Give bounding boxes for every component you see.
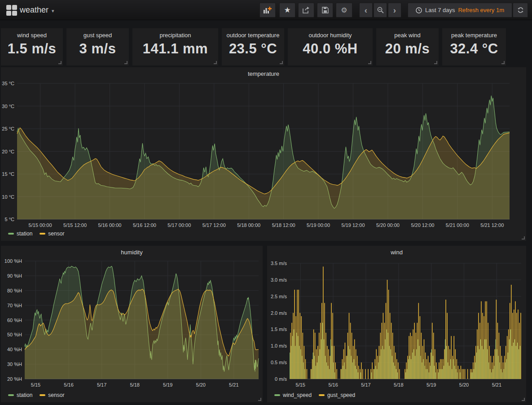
- resize-handle[interactable]: [214, 61, 217, 64]
- svg-text:35 °C: 35 °C: [2, 81, 14, 86]
- legend-label: wind_speed: [283, 392, 312, 398]
- stat-panel-gust-speed[interactable]: gust speed 3 m/s: [66, 28, 129, 65]
- svg-text:5/18 00:00: 5/18 00:00: [237, 222, 260, 228]
- svg-text:80 %H: 80 %H: [7, 288, 22, 293]
- svg-text:5/15: 5/15: [296, 382, 305, 388]
- stat-title: wind speed: [1, 28, 63, 39]
- save-button[interactable]: [317, 3, 333, 17]
- svg-text:5/20 00:00: 5/20 00:00: [376, 222, 400, 228]
- temperature-legend: stationsensor: [8, 231, 64, 237]
- legend-swatch: [319, 394, 325, 396]
- share-button[interactable]: [298, 3, 314, 17]
- legend-item-sensor[interactable]: sensor: [40, 392, 64, 398]
- time-picker-button[interactable]: Last 7 days Refresh every 1m: [408, 3, 512, 17]
- legend-swatch: [8, 394, 14, 396]
- wind-chart-plot[interactable]: 3.5 m/s3.0 m/s2.5 m/s2.0 m/s1.5 m/s1.0 m…: [267, 246, 526, 402]
- svg-text:2.5 m/s: 2.5 m/s: [271, 294, 287, 299]
- stat-title: outdoor humidity: [288, 28, 373, 39]
- add-panel-button[interactable]: [259, 3, 276, 17]
- svg-text:90 %H: 90 %H: [7, 273, 22, 279]
- svg-text:5/19 12:00: 5/19 12:00: [342, 222, 365, 228]
- legend-item-sensor[interactable]: sensor: [40, 231, 64, 237]
- svg-text:5/17 00:00: 5/17 00:00: [167, 222, 191, 228]
- legend-swatch: [40, 394, 45, 396]
- dashboard-title-dropdown[interactable]: weather ▾: [20, 0, 54, 20]
- svg-text:25 °C: 25 °C: [2, 126, 14, 131]
- resize-handle[interactable]: [124, 61, 128, 64]
- time-back-button[interactable]: ‹: [359, 3, 373, 17]
- svg-text:5/17: 5/17: [361, 382, 370, 388]
- svg-text:5/15: 5/15: [31, 382, 40, 388]
- svg-text:5/21: 5/21: [492, 382, 501, 388]
- legend-item-station[interactable]: station: [8, 231, 32, 237]
- svg-text:5/16 12:00: 5/16 12:00: [133, 222, 156, 228]
- svg-text:5/16 00:00: 5/16 00:00: [98, 222, 121, 228]
- stat-panel-outdoor-temperature[interactable]: outdoor temperature 23.5 °C: [222, 28, 284, 65]
- zoom-out-icon: [377, 7, 384, 13]
- resize-handle[interactable]: [280, 61, 283, 64]
- stat-value: 3 m/s: [66, 41, 129, 57]
- resize-handle[interactable]: [258, 398, 261, 401]
- legend-label: station: [17, 392, 32, 398]
- stat-panel-wind-speed[interactable]: wind speed 1.5 m/s: [1, 28, 63, 65]
- legend-label: gust_speed: [327, 392, 355, 398]
- svg-text:5/15 12:00: 5/15 12:00: [63, 222, 87, 228]
- svg-text:5/21 12:00: 5/21 12:00: [480, 222, 504, 228]
- legend-item-gust_speed[interactable]: gust_speed: [319, 392, 355, 398]
- refresh-dashboard-button[interactable]: [513, 3, 528, 17]
- legend-item-station[interactable]: station: [8, 392, 32, 398]
- stat-value: 1.5 m/s: [1, 41, 63, 57]
- stat-panel-precipitation[interactable]: precipitation 141.1 mm: [132, 28, 218, 65]
- svg-text:0.5 m/s: 0.5 m/s: [271, 360, 287, 365]
- time-forward-button[interactable]: ›: [388, 3, 401, 17]
- legend-item-wind_speed[interactable]: wind_speed: [274, 392, 312, 398]
- svg-text:0 m/s: 0 m/s: [275, 376, 287, 382]
- svg-text:5 °C: 5 °C: [4, 217, 14, 222]
- zoom-out-button[interactable]: [374, 3, 387, 17]
- stat-panel-peak-temperature[interactable]: peak temperature 32.4 °C: [442, 28, 506, 65]
- humidity-panel: humidity 100 %H90 %H80 %H70 %H60 %H50 %H…: [1, 246, 263, 402]
- stat-panel-peak-wind[interactable]: peak wind 20 m/s: [376, 28, 439, 65]
- svg-text:5/21 00:00: 5/21 00:00: [446, 222, 469, 228]
- svg-text:2.0 m/s: 2.0 m/s: [271, 310, 287, 316]
- svg-text:5/15 00:00: 5/15 00:00: [29, 222, 52, 228]
- navbar: weather ▾ ★ ⚙ ‹ ›: [0, 0, 532, 20]
- chevron-right-icon: ›: [393, 6, 396, 14]
- svg-text:5/17: 5/17: [97, 382, 106, 388]
- resize-handle[interactable]: [434, 61, 437, 64]
- resize-handle[interactable]: [368, 61, 371, 64]
- share-icon: [303, 7, 310, 13]
- temperature-panel: temperature 35 °C30 °C25 °C20 °C15 °C10 …: [1, 67, 526, 241]
- svg-text:1.0 m/s: 1.0 m/s: [271, 343, 287, 348]
- temperature-chart-plot[interactable]: 35 °C30 °C25 °C20 °C15 °C10 °C5 °C5/15 0…: [1, 67, 526, 241]
- resize-handle[interactable]: [58, 61, 62, 64]
- chevron-left-icon: ‹: [365, 6, 367, 14]
- svg-text:5/16: 5/16: [64, 382, 73, 388]
- svg-text:30 %H: 30 %H: [7, 361, 22, 367]
- svg-text:5/20 12:00: 5/20 12:00: [411, 222, 434, 228]
- svg-text:5/18: 5/18: [130, 382, 139, 388]
- svg-text:5/16: 5/16: [328, 382, 338, 388]
- resize-handle[interactable]: [522, 398, 525, 401]
- resize-handle[interactable]: [501, 61, 505, 64]
- humidity-chart-plot[interactable]: 100 %H90 %H80 %H70 %H60 %H50 %H40 %H30 %…: [1, 246, 263, 402]
- svg-text:5/18 12:00: 5/18 12:00: [272, 222, 295, 228]
- svg-text:50 %H: 50 %H: [7, 332, 22, 337]
- stat-title: gust speed: [66, 28, 129, 39]
- clock-icon: [416, 7, 422, 13]
- stat-title: peak temperature: [442, 28, 506, 39]
- svg-text:5/19: 5/19: [426, 382, 436, 388]
- svg-text:1.5 m/s: 1.5 m/s: [271, 327, 287, 332]
- page-title: weather: [20, 5, 48, 15]
- stat-panel-outdoor-humidity[interactable]: outdoor humidity 40.0 %H: [288, 28, 373, 65]
- time-range-label: Last 7 days: [425, 7, 455, 13]
- legend-label: sensor: [48, 392, 64, 398]
- stat-value: 23.5 °C: [222, 41, 284, 57]
- stat-title: outdoor temperature: [222, 28, 284, 39]
- grafana-logo-icon[interactable]: [6, 5, 17, 16]
- settings-button[interactable]: ⚙: [336, 3, 352, 17]
- caret-down-icon: ▾: [52, 8, 54, 14]
- resize-handle[interactable]: [522, 236, 525, 240]
- star-button[interactable]: ★: [279, 3, 295, 17]
- svg-text:60 %H: 60 %H: [7, 318, 22, 323]
